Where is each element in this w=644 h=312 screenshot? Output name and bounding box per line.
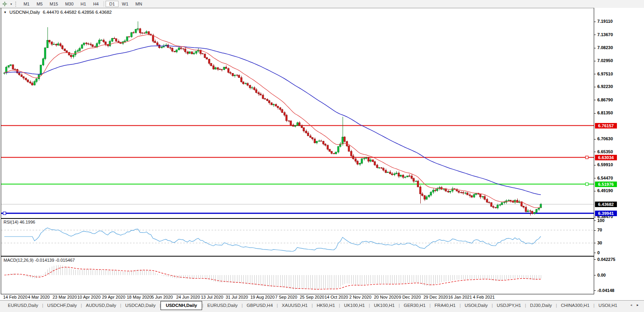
price-line-badge: 6.39941: [595, 211, 617, 216]
timeframe-m30[interactable]: M30: [62, 1, 77, 7]
price-tick-mark: [594, 113, 596, 114]
date-label: 7 Sep 2020: [275, 295, 297, 299]
tab-fra40-h1[interactable]: FRA40,H1: [431, 301, 460, 309]
macd-tick-mark: [594, 290, 596, 291]
tab-hk50-h1[interactable]: HK50,H1: [313, 301, 339, 309]
timeframe-m15[interactable]: M15: [46, 1, 62, 7]
price-tick-mark: [594, 191, 596, 191]
rsi-tick-mark: [594, 253, 596, 253]
toolbar: ▼ M1M5M15M30H1H4D1W1MN: [0, 0, 644, 8]
rsi-indicator-panel[interactable]: [1, 219, 594, 256]
timeframe-m1[interactable]: M1: [20, 1, 33, 7]
price-tick-label: 7.13670: [597, 32, 613, 37]
rsi-label: RSI(14) 46.1996: [4, 220, 35, 224]
macd-histogram: [5, 265, 541, 290]
crosshair-icon[interactable]: [2, 1, 9, 7]
price-tick-label: 6.49190: [597, 188, 613, 193]
tab-gbpusd-h4[interactable]: GBPUSD,H4: [243, 301, 277, 309]
date-label: 13 Jul 2020: [201, 295, 223, 299]
tab-usdcad-daily[interactable]: USDCAD,Daily: [121, 301, 159, 309]
macd-tick-mark: [594, 259, 596, 260]
price-tick-label: 6.59910: [597, 162, 613, 167]
date-label: 23 Mar 2020: [53, 295, 77, 299]
price-tick-label: 7.08230: [597, 45, 613, 50]
timeframe-h4[interactable]: H4: [89, 1, 102, 7]
tab-scroll-arrows: ◂▸: [628, 301, 644, 307]
rsi-tick-mark: [594, 243, 596, 243]
date-label: 29 Dec 2020: [423, 295, 448, 299]
line-handle: [3, 212, 6, 215]
date-label: 5 Jun 2020: [151, 295, 173, 299]
macd-tick-mark: [594, 275, 596, 275]
tab-usdjpy-h1[interactable]: USDJPY,H1: [493, 301, 525, 309]
date-label: 2 Nov 2020: [349, 295, 371, 299]
line-handle: [586, 183, 588, 185]
slow-ma-line: [4, 46, 541, 195]
price-tick-mark: [594, 178, 596, 178]
date-label: 14 Oct 2020: [325, 295, 348, 299]
price-tick-mark: [594, 217, 596, 217]
price-line-badge: 6.51976: [595, 182, 617, 187]
price-tick-label: 6.81350: [597, 110, 613, 115]
rsi-line: [4, 228, 541, 251]
price-tick-mark: [594, 74, 596, 74]
price-tick-mark: [594, 61, 596, 61]
date-label: 14 Feb 2020: [3, 295, 27, 299]
chart-title: ▼ USDCNH,Daily 6.44470 6.44582 6.42856 6…: [4, 10, 112, 15]
price-axis[interactable]: 7.191107.136707.082307.029506.975106.922…: [594, 8, 644, 300]
toolbar-grip-handle[interactable]: [15, 2, 17, 7]
date-label: 31 Jul 2020: [226, 295, 248, 299]
fast-ma-line: [4, 35, 541, 208]
macd-tick-label: 0.042275: [597, 257, 615, 262]
price-chart[interactable]: [1, 8, 594, 218]
date-label: 10 Apr 2020: [77, 295, 100, 299]
price-tick-mark: [594, 165, 596, 165]
date-axis[interactable]: 14 Feb 20204 Mar 202023 Mar 202010 Apr 2…: [1, 294, 594, 300]
tab-usoil-daily[interactable]: USOil,Daily: [461, 301, 492, 309]
price-tick-label: 6.70630: [597, 136, 613, 141]
tab-xauusd-h1[interactable]: XAUUSD,H1: [278, 301, 312, 309]
price-tick-mark: [594, 22, 596, 22]
tab-scroll-left-icon[interactable]: ◂: [630, 303, 632, 307]
date-label: 25 Sep 2020: [300, 295, 324, 299]
rsi-tick-label: 0: [597, 250, 600, 255]
price-tick-mark: [594, 35, 596, 35]
price-tick-label: 7.19110: [597, 19, 613, 24]
macd-indicator-panel[interactable]: [1, 257, 594, 294]
tab-uk100-h1[interactable]: UK100,H1: [370, 301, 399, 309]
date-label: 4 Feb 2021: [473, 295, 495, 299]
tab-usdcnh-daily[interactable]: USDCNH,Daily: [161, 301, 202, 310]
tab-eurusd-daily[interactable]: EURUSD,Daily: [203, 301, 241, 309]
tab-usoil-h1[interactable]: USOil,H1: [595, 301, 621, 309]
tab-usdchf-daily[interactable]: USDCHF,Daily: [43, 301, 80, 309]
price-tick-label: 6.92230: [597, 84, 613, 89]
rsi-tick-mark: [594, 230, 596, 231]
timeframe-w1[interactable]: W1: [119, 1, 132, 7]
chart-menu-icon[interactable]: ▼: [4, 11, 7, 14]
tab-ger30-h1[interactable]: GER30,H1: [400, 301, 430, 309]
chart-ohlc-values: 6.44470 6.44582 6.42856 6.43682: [43, 10, 112, 15]
mt4-window: ▼ M1M5M15M30H1H4D1W1MN ▼ USDCNH,Daily 6.…: [0, 0, 644, 312]
tab-dj30-daily[interactable]: DJ30,Daily: [526, 301, 556, 309]
price-tick-label: 6.54470: [597, 176, 613, 180]
price-tick-mark: [594, 48, 596, 48]
date-label: 29 Apr 2020: [102, 295, 125, 299]
date-label: 20 Nov 2020: [374, 295, 398, 299]
timeframe-m5[interactable]: M5: [33, 1, 46, 7]
tab-uk100-h1[interactable]: UK100,H1: [340, 301, 369, 309]
macd-tick-label: 0.00: [597, 273, 606, 277]
timeframe-mn[interactable]: MN: [132, 1, 146, 7]
tab-scroll-right-icon[interactable]: ▸: [637, 303, 639, 307]
timeframe-d1[interactable]: D1: [106, 1, 118, 7]
rsi-tick-label: 70: [597, 228, 602, 232]
tab-audusd-daily[interactable]: AUDUSD,Daily: [82, 301, 120, 309]
chart-tab-bar: EURUSD,Daily|USDCHF,Daily|AUDUSD,Daily|U…: [0, 300, 644, 312]
timeframe-h1[interactable]: H1: [77, 1, 89, 7]
line-handle: [586, 156, 588, 159]
price-tick-mark: [594, 100, 596, 100]
date-label: 24 Jun 2020: [176, 295, 200, 299]
tab-eurusd-daily[interactable]: EURUSD,Daily: [4, 301, 42, 309]
price-tick-label: 6.97510: [597, 72, 613, 76]
tab-china300-h1[interactable]: CHINA300,H1: [557, 301, 593, 309]
tool-dropdown-icon[interactable]: ▼: [10, 3, 13, 6]
